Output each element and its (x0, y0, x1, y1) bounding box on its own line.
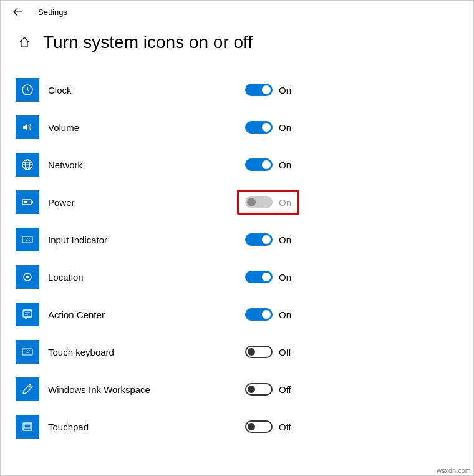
toggle-state-input: On (279, 235, 291, 245)
toggle-location[interactable] (245, 271, 273, 283)
toggle-wrap-power: On (237, 190, 299, 215)
row-touchpad: TouchpadOff (16, 408, 458, 445)
row-actioncenter: Action CenterOn (16, 296, 458, 333)
svg-point-8 (26, 276, 29, 278)
touchpad-icon (16, 415, 39, 439)
home-button[interactable] (18, 36, 31, 49)
header-bar: Settings (1, 1, 473, 20)
row-ink: Windows Ink WorkspaceOff (16, 371, 458, 408)
toggle-state-network: On (279, 160, 291, 170)
power-icon (16, 190, 39, 214)
page-title: Turn system icons on or off (43, 32, 253, 52)
clock-icon (16, 78, 39, 102)
row-label-volume: Volume (48, 122, 241, 133)
toggle-wrap-location: On (241, 268, 295, 286)
network-icon (16, 153, 39, 177)
svg-rect-10 (22, 349, 32, 355)
toggle-ink[interactable] (245, 383, 273, 396)
svg-rect-9 (23, 310, 32, 317)
toggle-touchpad[interactable] (245, 420, 273, 433)
svg-rect-4 (32, 201, 33, 203)
home-icon (18, 36, 31, 49)
toggle-wrap-ink: Off (241, 381, 295, 398)
input-icon (16, 228, 39, 251)
toggle-state-touchpad: Off (279, 422, 291, 432)
toggle-wrap-touchpad: Off (241, 418, 295, 435)
row-label-touchkeyboard: Touch keyboard (48, 347, 241, 357)
toggle-state-actioncenter: On (279, 309, 291, 320)
settings-list: ClockOnVolumeOnNetworkOnPowerOnInput Ind… (1, 71, 473, 445)
arrow-left-icon (13, 7, 23, 17)
row-network: NetworkOn (16, 146, 458, 183)
location-icon (16, 265, 39, 289)
row-label-power: Power (48, 197, 241, 208)
svg-rect-6 (22, 236, 32, 243)
toggle-wrap-touchkeyboard: Off (241, 343, 295, 361)
row-clock: ClockOn (16, 71, 458, 109)
toggle-actioncenter[interactable] (245, 308, 273, 321)
row-label-ink: Windows Ink Workspace (48, 384, 241, 395)
row-input: Input IndicatorOn (16, 221, 458, 258)
toggle-state-power: On (279, 197, 291, 208)
row-power: PowerOn (16, 183, 458, 221)
toggle-input[interactable] (245, 233, 273, 246)
back-button[interactable] (13, 7, 23, 17)
volume-icon (16, 115, 39, 139)
ink-icon (16, 377, 39, 401)
toggle-touchkeyboard[interactable] (245, 346, 273, 358)
toggle-clock[interactable] (245, 84, 273, 96)
toggle-volume[interactable] (245, 121, 273, 134)
actioncenter-icon (16, 303, 39, 326)
row-label-location: Location (48, 272, 241, 283)
toggle-power (245, 196, 273, 208)
row-location: LocationOn (16, 258, 458, 296)
svg-rect-12 (24, 424, 31, 428)
toggle-wrap-actioncenter: On (241, 306, 295, 323)
toggle-state-volume: On (279, 122, 291, 133)
toggle-wrap-volume: On (241, 119, 295, 136)
svg-rect-5 (24, 201, 27, 203)
row-touchkeyboard: Touch keyboardOff (16, 333, 458, 371)
title-row: Turn system icons on or off (1, 20, 473, 71)
watermark: wsxdn.com (437, 467, 471, 474)
row-label-clock: Clock (48, 85, 241, 95)
row-label-actioncenter: Action Center (48, 309, 241, 320)
row-label-touchpad: Touchpad (48, 422, 241, 432)
toggle-state-touchkeyboard: Off (279, 347, 291, 357)
toggle-state-clock: On (279, 85, 291, 95)
app-name: Settings (38, 7, 67, 17)
toggle-state-location: On (279, 272, 291, 283)
row-label-input: Input Indicator (48, 235, 241, 245)
toggle-wrap-clock: On (241, 81, 295, 99)
toggle-network[interactable] (245, 158, 273, 171)
row-volume: VolumeOn (16, 109, 458, 146)
toggle-state-ink: Off (279, 384, 291, 395)
row-label-network: Network (48, 160, 241, 170)
touchkeyboard-icon (16, 340, 39, 364)
toggle-wrap-input: On (241, 231, 295, 248)
toggle-wrap-network: On (241, 156, 295, 173)
